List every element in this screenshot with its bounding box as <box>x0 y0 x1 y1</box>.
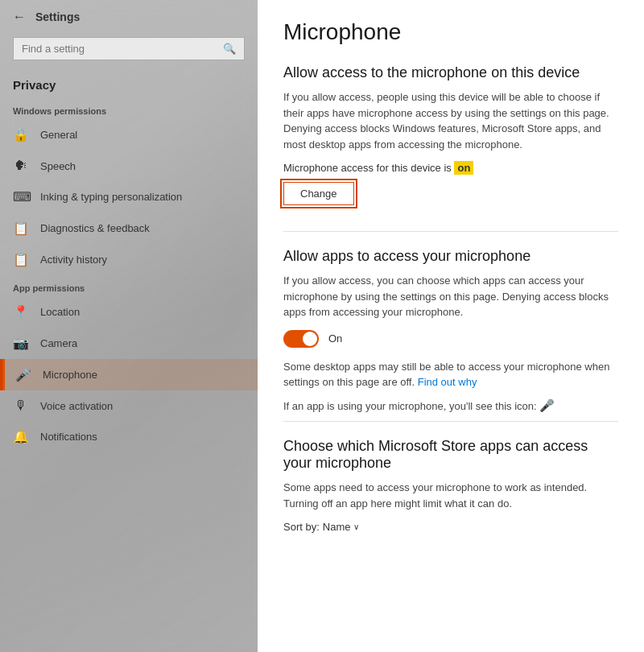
section1-heading: Allow access to the microphone on this d… <box>283 64 618 81</box>
search-box[interactable]: 🔍 <box>13 37 245 60</box>
sidebar-item-general-label: General <box>40 129 77 141</box>
sidebar: ← Settings 🔍 Privacy Windows permissions… <box>0 0 258 652</box>
sidebar-item-microphone[interactable]: 🎤 Microphone <box>0 359 258 390</box>
toggle-knob <box>303 332 317 346</box>
diagnostics-icon: 📋 <box>13 221 29 236</box>
lock-icon: 🔒 <box>13 127 29 142</box>
microphone-icon: 🎤 <box>15 367 31 382</box>
sort-value[interactable]: Name <box>323 521 351 533</box>
sidebar-item-diagnostics-label: Diagnostics & feedback <box>40 222 150 234</box>
page-title: Microphone <box>283 19 618 45</box>
notifications-icon: 🔔 <box>13 429 29 444</box>
sidebar-item-diagnostics[interactable]: 📋 Diagnostics & feedback <box>0 213 258 244</box>
privacy-label: Privacy <box>0 73 258 98</box>
sort-row: Sort by: Name ∨ <box>283 521 618 533</box>
windows-permissions-label: Windows permissions <box>0 98 258 119</box>
sidebar-item-notifications-label: Notifications <box>40 431 97 443</box>
sidebar-item-location-label: Location <box>40 306 80 318</box>
section3-heading: Choose which Microsoft Store apps can ac… <box>283 438 618 472</box>
back-button[interactable]: ← <box>13 10 26 24</box>
sidebar-header: ← Settings <box>0 0 258 34</box>
status-prefix: Microphone access for this device is <box>283 162 454 174</box>
search-input[interactable] <box>22 43 223 55</box>
sidebar-item-activity[interactable]: 📋 Activity history <box>0 244 258 275</box>
sidebar-item-inking-label: Inking & typing personalization <box>40 191 182 203</box>
sidebar-item-inking[interactable]: ⌨ Inking & typing personalization <box>0 181 258 213</box>
icon-note: If an app is using your microphone, you'… <box>283 397 618 415</box>
speech-icon: 🗣 <box>13 159 29 173</box>
keyboard-icon: ⌨ <box>13 189 29 204</box>
sidebar-item-voice-label: Voice activation <box>40 400 113 412</box>
desktop-apps-note: Some desktop apps may still be able to a… <box>283 359 618 390</box>
change-button[interactable]: Change <box>283 182 354 205</box>
sidebar-item-notifications[interactable]: 🔔 Notifications <box>0 421 258 452</box>
activity-icon: 📋 <box>13 252 29 267</box>
microphone-toggle[interactable] <box>283 330 319 348</box>
mic-inline-icon: 🎤 <box>539 398 555 412</box>
section1-desc: If you allow access, people using this d… <box>283 89 618 152</box>
status-value: on <box>454 161 473 175</box>
find-out-why-link[interactable]: Find out why <box>418 376 477 388</box>
voice-icon: 🎙 <box>13 398 29 413</box>
section3-desc: Some apps need to access your microphone… <box>283 480 618 511</box>
status-line: Microphone access for this device is on <box>283 162 618 174</box>
divider2 <box>283 421 618 422</box>
sidebar-item-location[interactable]: 📍 Location <box>0 296 258 328</box>
sidebar-item-activity-label: Activity history <box>40 254 107 266</box>
divider1 <box>283 231 618 232</box>
section2-desc: If you allow access, you can choose whic… <box>283 273 618 320</box>
main-content: Microphone Allow access to the microphon… <box>258 0 644 652</box>
location-icon: 📍 <box>13 304 29 320</box>
sidebar-item-speech[interactable]: 🗣 Speech <box>0 151 258 181</box>
note2-prefix: If an app is using your microphone, you'… <box>283 400 539 412</box>
camera-icon: 📷 <box>13 336 29 351</box>
search-icon: 🔍 <box>223 43 236 55</box>
toggle-label: On <box>328 332 342 345</box>
sidebar-item-camera[interactable]: 📷 Camera <box>0 328 258 359</box>
sidebar-item-speech-label: Speech <box>40 160 76 172</box>
sidebar-title: Settings <box>35 10 80 23</box>
sort-label: Sort by: <box>283 521 320 533</box>
app-permissions-label: App permissions <box>0 275 258 296</box>
sidebar-item-microphone-label: Microphone <box>43 369 97 381</box>
toggle-row: On <box>283 330 618 348</box>
sidebar-item-voice[interactable]: 🎙 Voice activation <box>0 390 258 421</box>
sidebar-item-camera-label: Camera <box>40 337 77 349</box>
section2-heading: Allow apps to access your microphone <box>283 248 618 265</box>
chevron-down-icon: ∨ <box>353 522 359 531</box>
sidebar-item-general[interactable]: 🔒 General <box>0 119 258 151</box>
